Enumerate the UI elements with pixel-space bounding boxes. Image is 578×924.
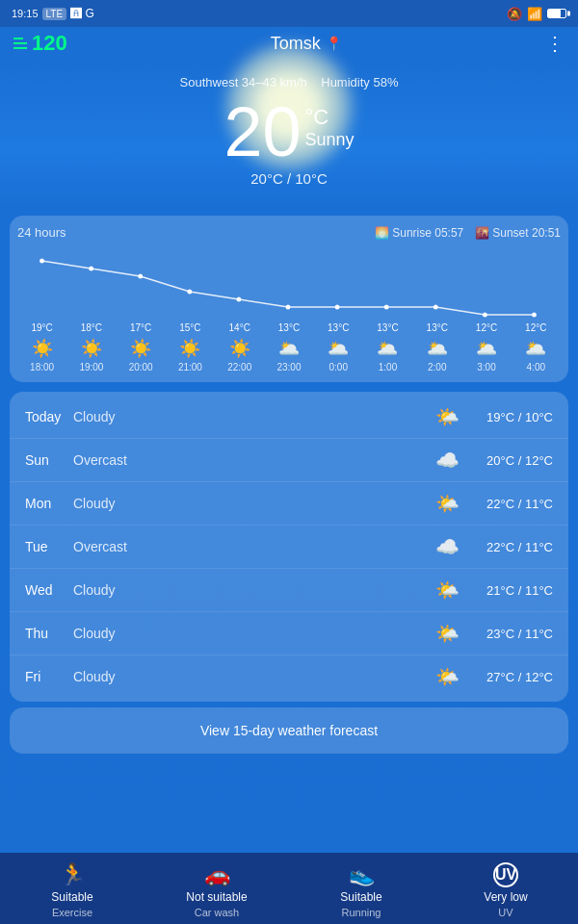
forecast-temps: 22°C / 11°C: [466, 497, 553, 511]
hour-time: 19:00: [79, 362, 103, 372]
hour-col: 18°C ☀️ 19:00: [66, 322, 116, 372]
forecast-day: Wed: [25, 582, 73, 598]
hour-time: 1:00: [379, 362, 397, 372]
battery-fill: [548, 10, 561, 17]
status-time: 19:15: [12, 8, 39, 19]
svg-point-7: [384, 305, 389, 310]
hour-icon: 🌥️: [377, 338, 398, 359]
hour-col: 13°C 🌥️ 23:00: [264, 322, 313, 372]
hour-time: 20:00: [129, 362, 153, 372]
hour-icon: 🌥️: [328, 338, 349, 359]
forecast-condition: Cloudy: [73, 669, 428, 684]
activity-label: UV: [498, 907, 512, 918]
mountain-view-btn-container: View 15-day weather forecast: [10, 707, 568, 756]
forecast-row: Thu Cloudy 🌤️ 23°C / 11°C: [10, 612, 568, 655]
uv-icon: UV: [493, 862, 518, 887]
hour-time: 3:00: [477, 362, 495, 372]
activity-label: Running: [342, 907, 381, 918]
sunset-icon: 🌇: [475, 226, 489, 240]
weather-main: Southwest 34–43 km/h Humidity 58% 20 °C …: [0, 64, 578, 206]
hour-time: 0:00: [328, 362, 347, 372]
hour-temp: 19°C: [31, 322, 52, 333]
activity-item: 🚗 Not suitable Car wash: [144, 862, 289, 918]
forecast-day: Tue: [25, 539, 73, 554]
activity-icon: 🚗: [204, 862, 230, 887]
activity-item: 🏃 Suitable Exercise: [0, 862, 144, 918]
panel-header: 24 hours 🌅 Sunrise 05:57 🌇 Sunset 20:51: [17, 225, 561, 240]
wifi-icon: 📶: [527, 7, 542, 21]
forecast-condition: Cloudy: [73, 626, 428, 641]
svg-point-1: [89, 267, 93, 271]
hour-icon: ☀️: [32, 338, 53, 359]
hour-temp: 14°C: [229, 322, 250, 333]
activity-status: Not suitable: [186, 890, 247, 904]
status-left: 19:15 LTE 🅰 G: [12, 7, 94, 20]
forecast-temps: 19°C / 10°C: [466, 410, 553, 424]
logo-line-1: [13, 38, 23, 39]
weather-condition: Sunny: [305, 130, 355, 150]
wind-humidity: Southwest 34–43 km/h Humidity 58%: [0, 64, 578, 90]
forecast-icon: 🌤️: [428, 405, 466, 428]
hour-temp: 12°C: [525, 322, 546, 333]
activity-icon: 👟: [349, 862, 375, 887]
temp-line-chart: [17, 247, 561, 324]
forecast-icon: ☁️: [428, 449, 466, 472]
activity-status: Suitable: [51, 890, 92, 904]
hour-temp: 13°C: [427, 322, 448, 333]
status-carrier: LTE: [42, 8, 67, 20]
hour-col: 15°C ☀️ 21:00: [166, 322, 215, 372]
hourly-chart-container: 19°C ☀️ 18:00 18°C ☀️ 19:00 17°C ☀️ 20:0…: [17, 247, 561, 372]
forecast-temps: 23°C / 11°C: [466, 627, 553, 641]
forecast-condition: Overcast: [73, 539, 428, 554]
hour-icon: 🌥️: [525, 338, 546, 359]
forecast-row: Today Cloudy 🌤️ 19°C / 10°C: [10, 396, 568, 439]
forecast-row: Wed Cloudy 🌤️ 21°C / 11°C: [10, 569, 568, 612]
hour-icon: 🌥️: [476, 338, 497, 359]
hour-icon: 🌥️: [427, 338, 448, 359]
hourly-panel: 24 hours 🌅 Sunrise 05:57 🌇 Sunset 20:51: [10, 216, 568, 382]
mute-icon: 🔕: [507, 7, 522, 21]
hour-temp: 18°C: [81, 322, 102, 333]
forecast-condition: Cloudy: [73, 496, 428, 511]
activity-status: Suitable: [340, 890, 381, 904]
hour-time: 22:00: [227, 362, 251, 372]
hour-time: 18:00: [30, 362, 54, 372]
hour-col: 17°C ☀️ 20:00: [117, 322, 166, 372]
forecast-row: Mon Cloudy 🌤️ 22°C / 11°C: [10, 482, 568, 526]
view-forecast-button[interactable]: View 15-day weather forecast: [10, 707, 568, 754]
activity-item: UV Very low UV: [434, 862, 578, 918]
status-bar: 19:15 LTE 🅰 G 🔕 📶: [0, 0, 578, 27]
hour-col: 13°C 🌥️ 1:00: [363, 322, 412, 372]
logo-line-2: [13, 42, 27, 44]
hour-icon: 🌥️: [278, 338, 300, 359]
logo-text: 120: [32, 31, 67, 56]
forecast-temps: 27°C / 12°C: [466, 670, 553, 684]
hour-icon: ☀️: [179, 338, 200, 359]
battery-icon: [547, 9, 566, 18]
svg-point-8: [434, 305, 438, 310]
forecast-temps: 21°C / 11°C: [466, 583, 553, 598]
forecast-row: Fri Cloudy 🌤️ 27°C / 12°C: [10, 655, 568, 698]
sunrise-time: Sunrise 05:57: [392, 226, 463, 240]
activity-label: Car wash: [195, 907, 239, 918]
activity-icon: 🏃: [60, 862, 86, 887]
forecast-day: Thu: [25, 626, 73, 641]
hour-temp: 15°C: [179, 322, 200, 333]
svg-point-4: [236, 297, 241, 302]
forecast-icon: 🌤️: [428, 578, 466, 602]
app-logo: 120: [13, 31, 67, 56]
forecast-day: Sun: [25, 452, 73, 468]
status-icons: 🅰 G: [70, 7, 94, 20]
activity-status: Very low: [484, 890, 527, 904]
hour-col: 14°C ☀️ 22:00: [215, 322, 264, 372]
temperature-value: 20: [223, 97, 301, 167]
hour-col: 13°C 🌥️ 0:00: [314, 322, 363, 372]
forecast-condition: Cloudy: [73, 409, 428, 424]
sunset-info: 🌇 Sunset 20:51: [475, 226, 561, 240]
location-pin-icon: 📍: [326, 36, 342, 51]
forecast-icon: 🌤️: [428, 492, 466, 515]
forecast-panel: Today Cloudy 🌤️ 19°C / 10°C Sun Overcast…: [10, 392, 568, 702]
menu-button[interactable]: ⋮: [545, 32, 565, 55]
activity-label: Exercise: [52, 907, 92, 918]
hour-col: 19°C ☀️ 18:00: [17, 322, 66, 372]
